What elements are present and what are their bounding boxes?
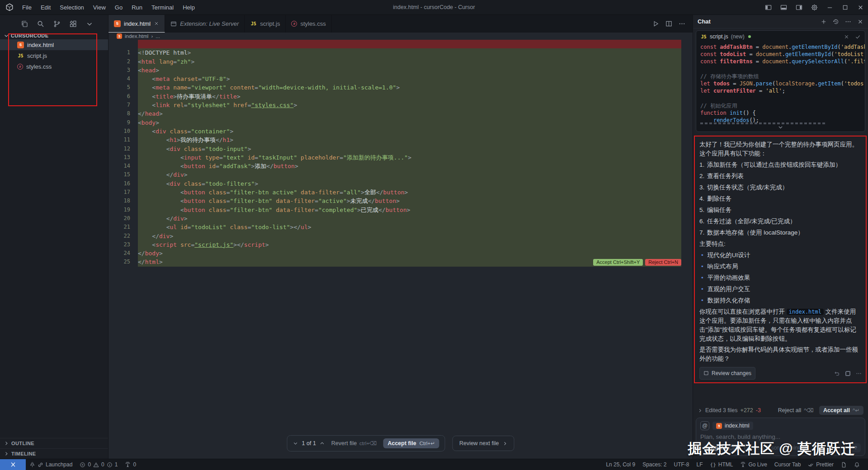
chat-input-placeholder[interactable]: Plan, search, build anything... (700, 433, 861, 440)
review-changes-button[interactable]: Review changes (699, 367, 755, 380)
more-actions-icon[interactable] (845, 19, 851, 25)
code-line[interactable]: 15 </div> (108, 170, 693, 179)
status-encoding[interactable]: UTF-8 (670, 459, 693, 470)
breadcrumb-file[interactable]: index.html (125, 33, 148, 39)
ports-item[interactable]: 0 (121, 459, 140, 470)
code-line[interactable]: 14 <button id="addTask">添加</button> (108, 162, 693, 170)
sidebar-panel-outline[interactable]: OUTLINE (0, 438, 108, 448)
close-button[interactable] (853, 0, 868, 14)
accept-file-icon[interactable] (855, 34, 861, 40)
layout-panel-button[interactable] (776, 0, 791, 14)
code-line[interactable]: 21 <ul id="todoList" class="todo-list"><… (108, 223, 693, 231)
code-line[interactable]: 13 <input type="text" id="taskInput" pla… (108, 153, 693, 162)
search-icon[interactable] (37, 20, 44, 28)
code-line[interactable]: 17 <button class="filter-btn active" dat… (108, 188, 693, 197)
add-context-button[interactable]: @ (700, 421, 709, 430)
code-editor[interactable]: 1<!DOCTYPE html>2<html lang="zh">3<head>… (108, 40, 693, 459)
history-icon[interactable] (833, 19, 839, 25)
menu-go[interactable]: Go (111, 2, 127, 13)
tab-extension-live-server[interactable]: Extension: Live Server (165, 15, 245, 33)
split-editor-icon[interactable] (665, 20, 672, 27)
file-tree-item-script-js[interactable]: JSscript.js (0, 50, 108, 61)
close-icon[interactable] (154, 21, 159, 26)
run-icon[interactable] (652, 20, 659, 27)
more-actions-icon[interactable] (856, 371, 862, 376)
code-line[interactable]: 9<body> (108, 118, 693, 127)
layout-sidebar-right-button[interactable] (791, 0, 807, 14)
status-go-live[interactable]: Go Live (736, 459, 770, 470)
status-cursor-position[interactable]: Ln 25, Col 9 (602, 459, 639, 470)
status-prettier[interactable]: Prettier (804, 459, 837, 470)
copy-icon[interactable] (21, 20, 28, 28)
breadcrumb-more[interactable]: ... (156, 33, 160, 39)
code-line[interactable]: 23 <script src="script.js"></script> (108, 240, 693, 249)
code-line[interactable]: 11 <h1>我的待办事项</h1> (108, 136, 693, 144)
menu-selection[interactable]: Selection (56, 2, 88, 13)
review-next-file-button[interactable]: Review next file (453, 436, 514, 451)
copy-icon[interactable] (845, 371, 850, 376)
model-selector[interactable]: claude-3.7-sonnet-thinking (744, 445, 807, 451)
new-chat-icon[interactable] (821, 19, 827, 25)
code-line[interactable]: 8</head> (108, 109, 693, 118)
chevron-down-icon[interactable] (86, 20, 93, 28)
chevron-right-icon[interactable] (698, 408, 703, 413)
code-line[interactable]: 3<head> (108, 66, 693, 75)
accept-all-button[interactable]: Accept all ^↵ (819, 406, 863, 415)
status-eol[interactable]: LF (693, 459, 707, 470)
sidebar-panel-timeline[interactable]: TIMELINE (0, 448, 108, 459)
code-line[interactable]: 6 <title>待办事项清单</title> (108, 92, 693, 101)
code-line[interactable]: 10 <div class="container"> (108, 127, 693, 136)
minimize-button[interactable] (822, 0, 837, 14)
menu-terminal[interactable]: Terminal (147, 2, 178, 13)
extensions-icon[interactable] (70, 20, 77, 28)
tab-index-html[interactable]: 5index.html (108, 15, 165, 33)
chat-code-card-header[interactable]: JS script.js (new) (696, 31, 865, 42)
status-notifications[interactable] (850, 459, 863, 470)
status-cursor-tab[interactable]: Cursor Tab (771, 459, 804, 470)
revert-file-button[interactable]: Revert file ctrl+⌫ (331, 440, 377, 446)
code-line[interactable]: 1<!DOCTYPE html> (108, 48, 693, 57)
status-editor-layout[interactable] (837, 459, 850, 470)
code-line[interactable]: 16 <div class="todo-filters"> (108, 179, 693, 188)
menu-file[interactable]: File (18, 2, 36, 13)
problems-item[interactable]: 0 0 1 (76, 459, 121, 470)
breadcrumb[interactable]: 5 index.html › ... (108, 33, 693, 40)
menu-run[interactable]: Run (127, 2, 146, 13)
source-control-icon[interactable] (53, 20, 61, 28)
gear-button[interactable] (807, 0, 822, 14)
file-tree-item-index-html[interactable]: 5index.html (0, 39, 108, 50)
status-language-mode[interactable]: {}HTML (707, 459, 737, 470)
code-line[interactable]: 5 <meta name="viewport" content="width=d… (108, 83, 693, 92)
tab-script-js[interactable]: JSscript.js (245, 15, 286, 33)
accept-file-button[interactable]: Accept file Ctrl+↵ (383, 438, 439, 448)
code-line[interactable]: 25</html>Accept Ctrl+Shift+YReject Ctrl+… (108, 258, 693, 266)
file-tree-item-styles-css[interactable]: #styles.css (0, 61, 108, 72)
chevron-down-icon[interactable] (293, 441, 298, 446)
code-line[interactable]: 24</body> (108, 249, 693, 258)
code-line[interactable]: 7 <link rel="stylesheet" href="styles.cs… (108, 101, 693, 109)
code-line[interactable]: 22 </div> (108, 232, 693, 240)
edited-files-label[interactable]: Edited 3 files (705, 407, 738, 414)
chat-input-box[interactable]: @ 5 index.html Plan, search, build anyth… (696, 418, 865, 456)
reject-change-button[interactable]: Reject Ctrl+N (645, 259, 681, 266)
explorer-root-folder[interactable]: CURSORCODE (0, 32, 108, 39)
code-line[interactable]: 2<html lang="zh"> (108, 57, 693, 66)
menu-help[interactable]: Help (179, 2, 199, 13)
code-line[interactable]: 20 </div> (108, 214, 693, 223)
menu-view[interactable]: View (89, 2, 110, 13)
code-line[interactable]: 18 <button class="filter-btn" data-filte… (108, 197, 693, 205)
agent-mode-selector[interactable]: ∞ Agent Ctrl (700, 444, 740, 452)
send-button[interactable] (851, 443, 861, 452)
status-indentation[interactable]: Spaces: 2 (639, 459, 670, 470)
close-icon[interactable] (857, 19, 863, 25)
expand-code-button[interactable] (696, 124, 865, 132)
context-file-chip[interactable]: 5 index.html (712, 422, 753, 430)
reject-file-icon[interactable] (844, 34, 849, 40)
maximize-button[interactable] (837, 0, 853, 14)
more-actions-icon[interactable] (679, 20, 685, 27)
undo-icon[interactable] (834, 371, 840, 376)
reject-all-button[interactable]: Reject all ^⌫ (778, 407, 814, 414)
diff-navigation[interactable]: 1 of 1 (293, 440, 325, 446)
remote-indicator[interactable] (0, 459, 26, 470)
code-line[interactable]: 12 <div class="todo-input"> (108, 145, 693, 153)
